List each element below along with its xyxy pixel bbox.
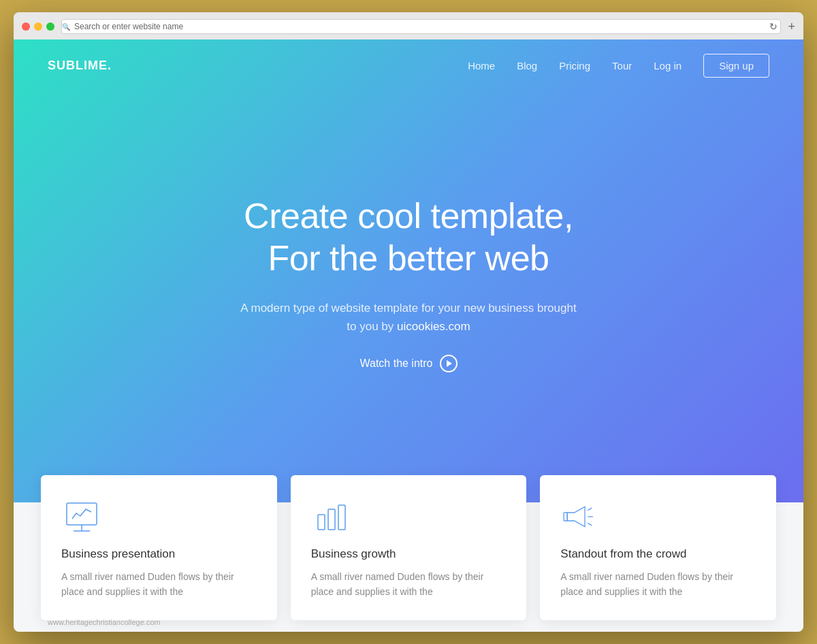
hero-title-line1: Create cool template, — [244, 196, 573, 236]
hero-body: Create cool template, For the better web… — [14, 92, 803, 502]
signup-button[interactable]: Sign up — [703, 54, 769, 78]
play-triangle — [447, 360, 452, 367]
nav-item-signup[interactable]: Sign up — [703, 60, 769, 72]
play-icon — [440, 355, 458, 372]
nav-link-home[interactable]: Home — [468, 60, 495, 71]
nav-item-tour[interactable]: Tour — [612, 60, 632, 72]
footer-url: www.heritagechristiancollege.com — [48, 618, 161, 626]
close-button[interactable] — [22, 22, 30, 31]
card-title-growth: Business growth — [311, 547, 507, 561]
nav-links: Home Blog Pricing Tour Log in — [468, 60, 769, 72]
svg-line-9 — [588, 508, 592, 510]
svg-rect-3 — [318, 515, 325, 530]
cards-container: Business presentation A small river name… — [41, 475, 776, 620]
presentation-icon — [61, 500, 102, 534]
card-desc-presentation: A small river named Duden flows by their… — [61, 569, 257, 600]
minimize-button[interactable] — [34, 22, 42, 31]
feature-card-presentation: Business presentation A small river name… — [41, 475, 277, 620]
feature-card-growth: Business growth A small river named Dude… — [291, 475, 527, 620]
traffic-lights — [22, 22, 54, 31]
svg-rect-8 — [564, 513, 567, 521]
megaphone-icon — [560, 500, 601, 534]
nav-link-pricing[interactable]: Pricing — [559, 60, 590, 71]
nav-item-login[interactable]: Log in — [654, 60, 682, 72]
browser-chrome: 🔍 Search or enter website name ↻ + — [14, 12, 803, 39]
brand-logo[interactable]: SUBLIME. — [48, 59, 112, 73]
hero-subtitle: A modern type of website template for yo… — [238, 299, 579, 336]
nav-link-login[interactable]: Log in — [654, 60, 682, 71]
svg-line-11 — [588, 523, 592, 525]
browser-window: 🔍 Search or enter website name ↻ + SUBLI… — [14, 12, 803, 632]
nav-link-tour[interactable]: Tour — [612, 60, 632, 71]
hero-title-line2: For the better web — [268, 238, 549, 278]
nav-item-blog[interactable]: Blog — [517, 60, 537, 72]
maximize-button[interactable] — [46, 22, 54, 31]
watch-intro-label: Watch the intro — [359, 357, 432, 370]
page-content: SUBLIME. Home Blog Pricing Tour — [14, 39, 803, 632]
card-desc-growth: A small river named Duden flows by their… — [311, 569, 507, 600]
address-bar[interactable]: 🔍 Search or enter website name ↻ — [61, 19, 781, 34]
card-title-presentation: Business presentation — [61, 547, 257, 561]
watch-intro-button[interactable]: Watch the intro — [359, 355, 457, 372]
reload-button[interactable]: ↻ — [769, 21, 778, 32]
megaphone-svg — [560, 500, 601, 534]
growth-icon — [311, 500, 352, 534]
svg-rect-4 — [328, 509, 335, 530]
new-tab-button[interactable]: + — [788, 20, 795, 33]
growth-svg — [311, 500, 352, 534]
nav-link-blog[interactable]: Blog — [517, 60, 537, 71]
nav-item-pricing[interactable]: Pricing — [559, 60, 590, 72]
presentation-svg — [61, 500, 102, 534]
svg-rect-5 — [338, 505, 345, 530]
hero-title: Create cool template, For the better web — [244, 195, 573, 280]
svg-marker-6 — [568, 506, 586, 526]
search-icon: 🔍 — [62, 23, 70, 31]
feature-card-standout: Standout from the crowd A small river na… — [540, 475, 776, 620]
card-desc-standout: A small river named Duden flows by their… — [560, 569, 756, 600]
navbar: SUBLIME. Home Blog Pricing Tour — [14, 39, 803, 92]
nav-item-home[interactable]: Home — [468, 60, 495, 72]
hero-subtitle-highlight: uicookies.com — [397, 320, 470, 333]
address-text: Search or enter website name — [74, 22, 183, 31]
card-title-standout: Standout from the crowd — [560, 547, 756, 561]
hero-section: SUBLIME. Home Blog Pricing Tour — [14, 39, 803, 502]
features-section: Business presentation A small river name… — [14, 502, 803, 632]
